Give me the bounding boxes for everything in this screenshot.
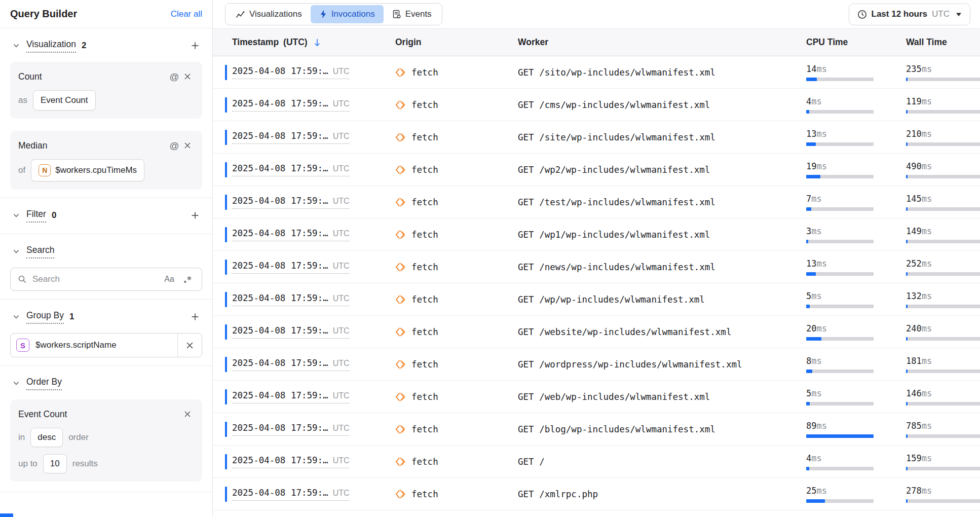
column-header-origin[interactable]: Origin	[395, 37, 518, 48]
row-timestamp: 2025-04-08 17:59:…	[232, 131, 328, 141]
tab-events[interactable]: Events	[384, 5, 440, 23]
table-row[interactable]: 2025-04-08 17:59:… UTC fetch GET /xmlrpc…	[213, 478, 980, 510]
row-cpu-value: 19	[806, 161, 816, 171]
search-collapse-button[interactable]	[10, 245, 22, 257]
row-worker-request: GET /blog/wp-includes/wlwmanifest.xml	[518, 424, 806, 434]
group-by-chip[interactable]: S $workers.scriptName	[10, 333, 202, 357]
table-row[interactable]: 2025-04-08 17:59:… UTC fetch GET /site/w…	[213, 121, 980, 154]
close-icon	[186, 342, 194, 349]
add-filter-button[interactable]	[188, 208, 202, 223]
group-by-section-label: Group By	[26, 310, 64, 324]
row-indicator-bar	[225, 357, 227, 372]
close-icon	[184, 411, 191, 418]
topbar: Visualizations Invocations Events Last 1…	[213, 0, 980, 28]
workers-fetch-icon	[395, 294, 406, 305]
median-field-value: $workers.cpuTimeMs	[55, 165, 137, 175]
wall-time-bar-fill	[906, 337, 908, 341]
row-indicator-bar	[225, 487, 227, 502]
row-wall-value: 785	[906, 421, 922, 431]
row-timestamp-group[interactable]: 2025-04-08 17:59:… UTC	[232, 261, 350, 274]
row-timestamp-group[interactable]: 2025-04-08 17:59:… UTC	[232, 488, 350, 501]
table-row[interactable]: 2025-04-08 17:59:… UTC fetch GET /wp/wp-…	[213, 283, 980, 316]
row-cpu-time: 19ms	[806, 161, 906, 171]
cpu-time-bar	[806, 370, 874, 373]
row-cpu-time: 7ms	[806, 194, 906, 204]
median-field-button[interactable]: N $workers.cpuTimeMs	[31, 159, 144, 181]
table-row[interactable]: 2025-04-08 17:59:… UTC fetch GET /wp1/wp…	[213, 218, 980, 251]
time-range-button[interactable]: Last 12 hours UTC	[849, 4, 971, 25]
column-header-worker[interactable]: Worker	[518, 37, 806, 48]
remove-order-by-button[interactable]	[181, 408, 194, 421]
row-timestamp-group[interactable]: 2025-04-08 17:59:… UTC	[232, 455, 350, 468]
wall-time-bar	[906, 175, 980, 178]
row-timestamp-group[interactable]: 2025-04-08 17:59:… UTC	[232, 293, 350, 306]
tab-invocations[interactable]: Invocations	[311, 5, 384, 23]
wall-header-label: Wall Time	[906, 37, 947, 47]
table-row[interactable]: 2025-04-08 17:59:… UTC fetch GET /wordpr…	[213, 348, 980, 381]
regex-toggle[interactable]	[181, 273, 195, 286]
wall-time-bar-fill	[906, 272, 908, 276]
table-row[interactable]: 2025-04-08 17:59:… UTC fetch GET /sito/w…	[213, 56, 980, 89]
row-timestamp-group[interactable]: 2025-04-08 17:59:… UTC	[232, 163, 350, 176]
remove-count-visualization-button[interactable]	[181, 70, 194, 83]
table-row[interactable]: 2025-04-08 17:59:… UTC fetch GET /blog/w…	[213, 413, 980, 446]
row-timestamp-group[interactable]: 2025-04-08 17:59:… UTC	[232, 423, 350, 436]
filter-collapse-button[interactable]	[10, 209, 22, 221]
row-cpu-unit: ms	[811, 226, 821, 236]
row-wall-time: 145ms	[906, 194, 980, 204]
table-row[interactable]: 2025-04-08 17:59:… UTC fetch GET /wp2/wp…	[213, 154, 980, 186]
table-row[interactable]: 2025-04-08 17:59:… UTC fetch GET / 4ms 1…	[213, 446, 980, 478]
column-header-cpu-time[interactable]: CPU Time	[806, 37, 906, 48]
row-timestamp-group[interactable]: 2025-04-08 17:59:… UTC	[232, 358, 350, 371]
clear-all-link[interactable]: Clear all	[171, 9, 202, 19]
workers-fetch-icon	[395, 391, 406, 402]
table-row[interactable]: 2025-04-08 17:59:… UTC fetch GET /websit…	[213, 316, 980, 348]
filter-section: Filter 0	[0, 198, 212, 234]
row-timestamp-group[interactable]: 2025-04-08 17:59:… UTC	[232, 131, 350, 144]
search-section: Search Aa	[0, 234, 212, 300]
case-sensitive-toggle[interactable]: Aa	[163, 273, 176, 286]
remove-group-by-button[interactable]	[178, 334, 202, 357]
table-body: 2025-04-08 17:59:… UTC fetch GET /sito/w…	[213, 56, 980, 510]
table-row[interactable]: 2025-04-08 17:59:… UTC fetch GET /web/wp…	[213, 381, 980, 413]
add-group-by-button[interactable]	[188, 310, 202, 324]
row-cpu-value: 7	[806, 194, 811, 204]
row-timestamp-group[interactable]: 2025-04-08 17:59:… UTC	[232, 390, 350, 403]
tab-label: Invocations	[331, 9, 375, 19]
mention-button[interactable]: @	[168, 70, 181, 83]
table-row[interactable]: 2025-04-08 17:59:… UTC fetch GET /test/w…	[213, 186, 980, 218]
column-header-timestamp[interactable]: Timestamp (UTC)	[213, 37, 395, 48]
row-wall-time: 159ms	[906, 453, 980, 463]
row-cpu-unit: ms	[811, 291, 821, 301]
visualization-alias-button[interactable]: Event Count	[33, 90, 96, 110]
row-timestamp-group[interactable]: 2025-04-08 17:59:… UTC	[232, 98, 350, 112]
row-timestamp: 2025-04-08 17:59:…	[232, 358, 328, 368]
chart-line-icon	[236, 10, 245, 19]
row-origin-label: fetch	[411, 294, 438, 305]
search-input[interactable]	[32, 274, 157, 284]
table-row[interactable]: 2025-04-08 17:59:… UTC fetch GET /news/w…	[213, 251, 980, 283]
row-wall-unit: ms	[922, 129, 932, 139]
tab-label: Visualizations	[249, 9, 302, 19]
table-row[interactable]: 2025-04-08 17:59:… UTC fetch GET /cms/wp…	[213, 89, 980, 121]
mention-button[interactable]: @	[168, 139, 181, 152]
row-timestamp-group[interactable]: 2025-04-08 17:59:… UTC	[232, 66, 350, 79]
visualization-collapse-button[interactable]	[10, 40, 22, 52]
remove-median-visualization-button[interactable]	[181, 139, 194, 152]
row-timestamp-group[interactable]: 2025-04-08 17:59:… UTC	[232, 196, 350, 209]
wall-time-bar	[906, 110, 980, 114]
row-timestamp-group[interactable]: 2025-04-08 17:59:… UTC	[232, 325, 350, 339]
sort-direction-button[interactable]: desc	[30, 428, 63, 447]
row-cpu-value: 5	[806, 388, 811, 398]
row-timezone: UTC	[333, 489, 350, 498]
row-cpu-value: 25	[806, 486, 816, 496]
cpu-time-bar	[806, 305, 874, 308]
group-by-collapse-button[interactable]	[10, 311, 22, 323]
row-origin-label: fetch	[411, 230, 438, 240]
order-by-collapse-button[interactable]	[10, 377, 22, 389]
row-timestamp-group[interactable]: 2025-04-08 17:59:… UTC	[232, 228, 350, 241]
add-visualization-button[interactable]	[188, 39, 202, 53]
tab-visualizations[interactable]: Visualizations	[227, 5, 311, 23]
column-header-wall-time[interactable]: Wall Time	[906, 37, 980, 48]
result-limit-input[interactable]: 10	[43, 454, 67, 473]
